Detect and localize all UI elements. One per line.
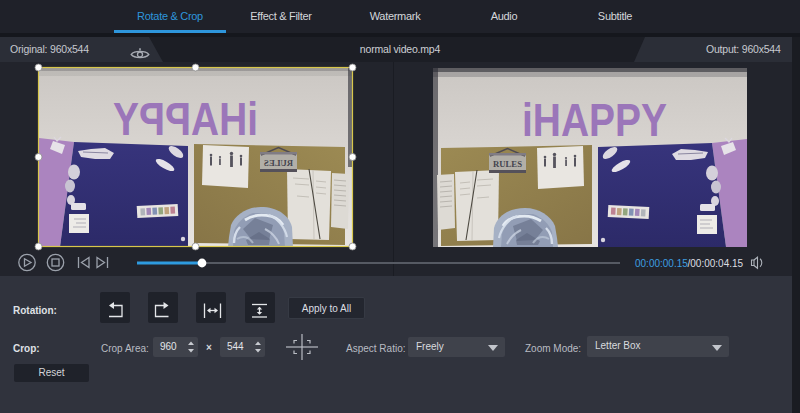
svg-text:RULES: RULES <box>493 159 522 169</box>
svg-text:/00:00:04.15: /00:00:04.15 <box>688 258 744 269</box>
svg-text:00:00:00.15: 00:00:00.15 <box>635 258 688 269</box>
svg-text:iHAPPY: iHAPPY <box>522 94 667 146</box>
